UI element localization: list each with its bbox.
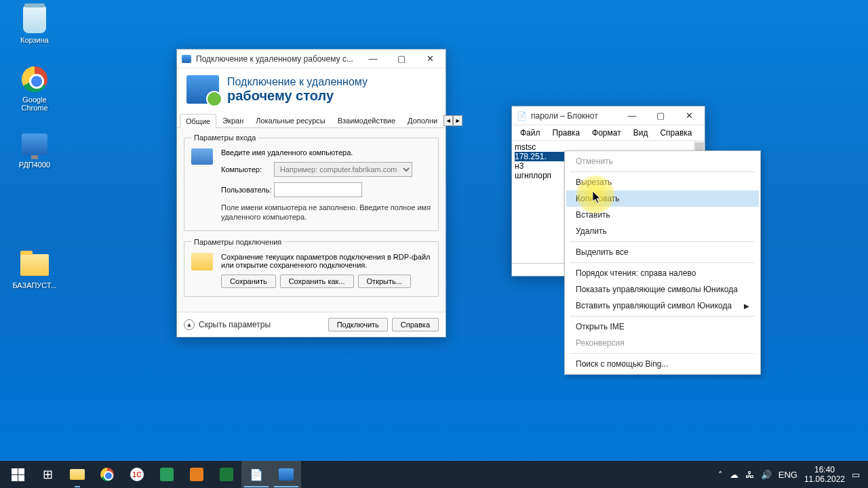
rdp-icon (22, 134, 47, 155)
tray-chevron-up-icon[interactable]: ˄ (718, 470, 723, 480)
tab-experience[interactable]: Взаимодействие (332, 113, 401, 127)
menu-file[interactable]: Файл (515, 127, 546, 139)
rdp-header-line2: рабочему столу (227, 88, 368, 104)
menu-help[interactable]: Справка (654, 127, 697, 139)
help-button[interactable]: Справка (392, 318, 439, 331)
ctx-rtl[interactable]: Порядок чтения: справа налево (566, 265, 759, 281)
titlebar[interactable]: 📄 пароли – Блокнот — ▢ ✕ (512, 106, 705, 125)
monitor-icon (191, 148, 213, 165)
login-hint: Введите имя удаленного компьютера. (221, 148, 431, 157)
menu-view[interactable]: Вид (628, 127, 654, 139)
folder-icon (191, 253, 213, 270)
ctx-cut[interactable]: Вырезать (566, 174, 759, 190)
close-button[interactable]: ✕ (675, 107, 703, 125)
desktop-icon-rdp[interactable]: РДП4000 (11, 130, 58, 169)
save-as-button[interactable]: Сохранить как... (280, 274, 354, 288)
tab-display[interactable]: Экран (216, 113, 250, 127)
hide-options-link[interactable]: ▲ Скрыть параметры (184, 319, 271, 330)
taskbar-1c[interactable]: 1C (122, 461, 152, 488)
tray-notifications-icon[interactable]: ▭ (852, 470, 860, 480)
tray-cloud-icon[interactable]: ☁ (730, 470, 738, 480)
save-button[interactable]: Сохранить (221, 274, 276, 288)
taskbar-notepad[interactable]: 📄 (241, 461, 271, 488)
username-field[interactable] (274, 182, 362, 197)
desktop-label: БАЗАПУСТ... (11, 281, 58, 289)
context-menu: Отменить Вырезать Копировать Вставить Уд… (564, 150, 761, 375)
rdp-title-icon (181, 54, 192, 64)
taskview-icon: ⊞ (43, 467, 53, 482)
menu-format[interactable]: Формат (587, 127, 627, 139)
close-button[interactable]: ✕ (416, 50, 444, 68)
connection-settings-group: Параметры подключения Сохранение текущих… (184, 238, 439, 297)
taskbar-app-green2[interactable] (212, 461, 241, 488)
ctx-delete[interactable]: Удалить (566, 223, 759, 239)
tray-clock[interactable]: 16:40 11.06.2022 (804, 465, 845, 485)
windows-icon (12, 468, 24, 481)
ctx-insert-unicode[interactable]: Вставить управляющий символ Юникода▶ (566, 298, 759, 314)
conn-hint: Сохранение текущих параметров подключени… (221, 253, 431, 269)
maximize-button[interactable]: ▢ (646, 107, 675, 125)
minimize-button[interactable]: — (618, 107, 646, 125)
ctx-bing-search[interactable]: Поиск с помощью Bing... (566, 356, 759, 372)
tab-scroll-right[interactable]: ► (453, 115, 462, 126)
notepad-menubar: Файл Правка Формат Вид Справка (512, 125, 705, 141)
tab-advanced[interactable]: Дополни (401, 113, 443, 127)
desktop-label: Корзина (11, 36, 58, 44)
open-button[interactable]: Открыть... (358, 274, 411, 288)
maximize-button[interactable]: ▢ (387, 50, 416, 68)
ctx-paste[interactable]: Вставить (566, 207, 759, 223)
desktop-icon-folder[interactable]: БАЗАПУСТ... (11, 251, 58, 289)
ctx-reconversion[interactable]: Реконверсия (566, 335, 759, 351)
desktop-icon-recycle-bin[interactable]: Корзина (11, 5, 58, 44)
app-icon (190, 468, 203, 481)
recycle-bin-icon (23, 6, 46, 33)
chrome-icon (22, 66, 47, 92)
tray-language[interactable]: ENG (778, 470, 797, 480)
ctx-open-ime[interactable]: Открыть IME (566, 319, 759, 335)
ctx-select-all[interactable]: Выделить все (566, 244, 759, 260)
tab-scroll-left[interactable]: ◄ (443, 115, 453, 126)
chevron-right-icon: ▶ (744, 302, 749, 310)
rdp-header: Подключение к удаленному рабочему столу (177, 68, 446, 113)
tray-volume-icon[interactable]: 🔊 (761, 470, 772, 480)
desktop-label: Google Chrome (11, 96, 58, 112)
notepad-icon: 📄 (250, 468, 263, 481)
login-legend: Параметры входа (191, 134, 258, 142)
rdp-connection-window: Подключение к удаленному рабочему с... —… (176, 49, 446, 338)
taskbar-rdp[interactable] (271, 461, 301, 488)
onec-icon: 1C (130, 468, 144, 481)
computer-label: Компьютер: (221, 165, 274, 174)
selected-text: 178.251. (515, 152, 547, 161)
chrome-icon (100, 468, 114, 481)
chevron-up-icon: ▲ (184, 319, 195, 330)
start-button[interactable] (3, 461, 33, 488)
app-icon (160, 468, 174, 481)
rdp-icon (279, 468, 294, 481)
connect-button[interactable]: Подключить (328, 318, 388, 331)
window-title: пароли – Блокнот (531, 111, 618, 121)
ctx-undo[interactable]: Отменить (566, 153, 759, 169)
tab-local-resources[interactable]: Локальные ресурсы (250, 113, 331, 127)
rdp-header-line1: Подключение к удаленному (227, 76, 368, 88)
minimize-button[interactable]: — (359, 50, 387, 68)
user-label: Пользователь: (221, 186, 274, 194)
taskbar: ⊞ 1C 📄 ˄ ☁ 🖧 🔊 ENG 16:40 11.06.2022 ▭ (0, 461, 868, 488)
tray-network-icon[interactable]: 🖧 (745, 470, 754, 480)
taskbar-app-orange[interactable] (182, 461, 212, 488)
computer-warning: Поле имени компьютера не заполнено. Введ… (221, 203, 431, 222)
conn-legend: Параметры подключения (191, 238, 284, 246)
computer-field[interactable]: Например: computer.fabrikam.com (274, 162, 412, 177)
tabstrip: Общие Экран Локальные ресурсы Взаимодейс… (177, 113, 446, 128)
menu-edit[interactable]: Правка (547, 127, 586, 139)
desktop-icon-chrome[interactable]: Google Chrome (11, 65, 58, 112)
ctx-show-unicode[interactable]: Показать управляющие символы Юникода (566, 281, 759, 298)
ctx-copy[interactable]: Копировать (566, 190, 759, 207)
taskbar-chrome[interactable] (92, 461, 122, 488)
taskbar-explorer[interactable] (62, 461, 92, 488)
folder-icon (70, 469, 85, 480)
taskbar-app-green[interactable] (152, 461, 182, 488)
titlebar[interactable]: Подключение к удаленному рабочему с... —… (177, 49, 446, 68)
taskview-button[interactable]: ⊞ (33, 461, 62, 488)
tab-general[interactable]: Общие (180, 114, 216, 128)
login-settings-group: Параметры входа Введите имя удаленного к… (184, 134, 439, 231)
